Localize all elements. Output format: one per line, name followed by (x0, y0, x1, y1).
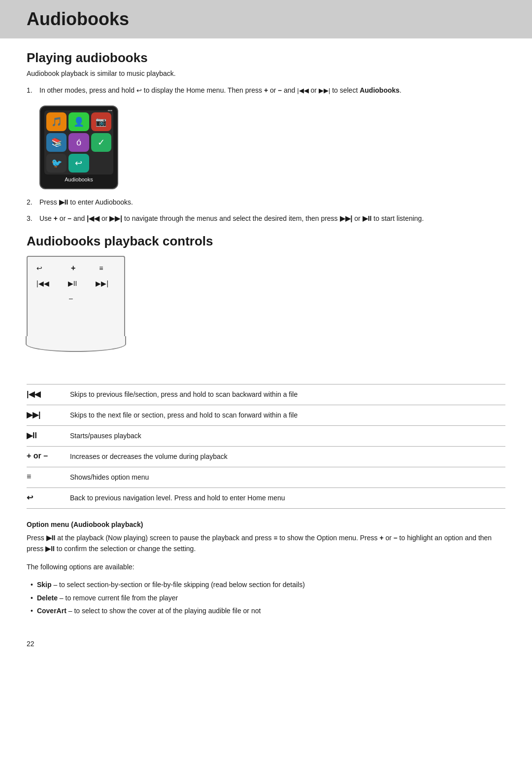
steps-list: 1. In other modes, press and hold ↩ to d… (27, 85, 505, 96)
control-desc-rew: Skips to previous file/section, press an… (66, 384, 505, 405)
diagram-row-3: – (36, 294, 115, 302)
option-menu-para2: The following options are available: (27, 561, 505, 572)
playing-audiobooks-heading: Playing audiobooks (27, 50, 505, 66)
diagram-row-2: |◀◀ ▶II ▶▶| (36, 279, 115, 287)
control-symbol-volume: + or – (27, 447, 66, 467)
rew-btn: |◀◀ (36, 279, 49, 287)
control-desc-back: Back to previous navigation level. Press… (66, 488, 505, 509)
icon-audiobooks: ó (68, 133, 89, 152)
control-row-play: ▶II Starts/pauses playback (27, 426, 505, 447)
device-mockup: ▪▪▪ 🎵 👤 📷 📚 ó ✓ 🐦 ↩ Audiobooks (39, 105, 118, 189)
control-symbol-play: ▶II (27, 426, 66, 447)
icon-check: ✓ (91, 133, 111, 152)
control-row-fwd: ▶▶| Skips to the next file or section, p… (27, 405, 505, 426)
options-list: Skip – to select section-by-section or f… (31, 579, 505, 616)
playing-subtitle: Audiobook playback is similar to music p… (27, 70, 505, 77)
step-1-num: 1. (27, 85, 39, 96)
step-1: 1. In other modes, press and hold ↩ to d… (27, 85, 505, 96)
step-3-num: 3. (27, 213, 39, 224)
control-row-rew: |◀◀ Skips to previous file/section, pres… (27, 384, 505, 405)
fwd-btn: ▶▶| (96, 279, 108, 287)
device-screen: 🎵 👤 📷 📚 ó ✓ 🐦 ↩ (44, 110, 113, 174)
play-btn: ▶II (68, 279, 77, 287)
control-row-menu: ≡ Shows/hides option menu (27, 467, 505, 488)
controls-heading: Audiobooks playback controls (27, 234, 505, 249)
control-row-back: ↩ Back to previous navigation level. Pre… (27, 488, 505, 509)
step-3: 3. Use + or – and |◀◀ or ▶▶| to navigate… (27, 213, 505, 224)
option-menu-heading: Option menu (Audiobook playback) (27, 521, 505, 528)
control-desc-volume: Increases or decreases the volume during… (66, 447, 505, 467)
controls-table: |◀◀ Skips to previous file/section, pres… (27, 384, 505, 509)
page-title-banner: Audiobooks (0, 0, 532, 38)
control-desc-play: Starts/pauses playback (66, 426, 505, 447)
page-title: Audiobooks (27, 9, 505, 30)
step-2-text: Press ▶II to enter Audiobooks. (39, 197, 505, 208)
diagram-row-1: ↩ + ≡ (36, 264, 115, 273)
control-desc-menu: Shows/hides option menu (66, 467, 505, 488)
back-symbol: ↩ (136, 87, 142, 94)
control-desc-fwd: Skips to the next file or section, press… (66, 405, 505, 426)
battery-icon: ▪▪▪ (107, 108, 112, 113)
icon-back: ↩ (68, 154, 89, 173)
back-btn: ↩ (36, 264, 42, 272)
icon-bird: 🐦 (46, 154, 66, 173)
option-skip: Skip – to select section-by-section or f… (31, 579, 505, 590)
icon-contacts: 👤 (68, 112, 89, 131)
icon-photos: 📷 (91, 112, 111, 131)
page-container: Audiobooks Playing audiobooks Audiobook … (0, 0, 532, 766)
plus-btn: + (71, 264, 75, 273)
device-label: Audiobooks (44, 176, 113, 182)
icon-empty (91, 154, 111, 173)
icon-books: 📚 (46, 133, 66, 152)
rew-symbol: |◀◀ (297, 87, 308, 94)
page-number: 22 (27, 636, 505, 652)
steps-list-2: 2. Press ▶II to enter Audiobooks. 3. Use… (27, 197, 505, 224)
step-1-text: In other modes, press and hold ↩ to disp… (39, 85, 505, 96)
option-delete: Delete – to remove current file from the… (31, 592, 505, 603)
option-coverart: CoverArt – to select to show the cover a… (31, 605, 505, 616)
step-2-num: 2. (27, 197, 39, 208)
player-diagram: ↩ + ≡ |◀◀ ▶II ▶▶| – (27, 256, 125, 337)
step-2: 2. Press ▶II to enter Audiobooks. (27, 197, 505, 208)
control-symbol-fwd: ▶▶| (27, 405, 66, 426)
step-3-text: Use + or – and |◀◀ or ▶▶| to navigate th… (39, 213, 505, 224)
control-symbol-rew: |◀◀ (27, 384, 66, 405)
control-symbol-menu: ≡ (27, 467, 66, 488)
minus-btn: – (69, 294, 73, 302)
icon-music: 🎵 (46, 112, 66, 131)
content-area: Playing audiobooks Audiobook playback is… (0, 50, 532, 652)
player-diagram-container: ↩ + ≡ |◀◀ ▶II ▶▶| – (27, 256, 135, 354)
control-row-volume: + or – Increases or decreases the volume… (27, 447, 505, 467)
fwd-symbol: ▶▶| (319, 87, 330, 94)
option-menu-para1: Press ▶II at the playback (Now playing) … (27, 532, 505, 555)
player-diagram-bottom (26, 336, 126, 352)
menu-btn: ≡ (99, 264, 103, 272)
control-symbol-back: ↩ (27, 488, 66, 509)
